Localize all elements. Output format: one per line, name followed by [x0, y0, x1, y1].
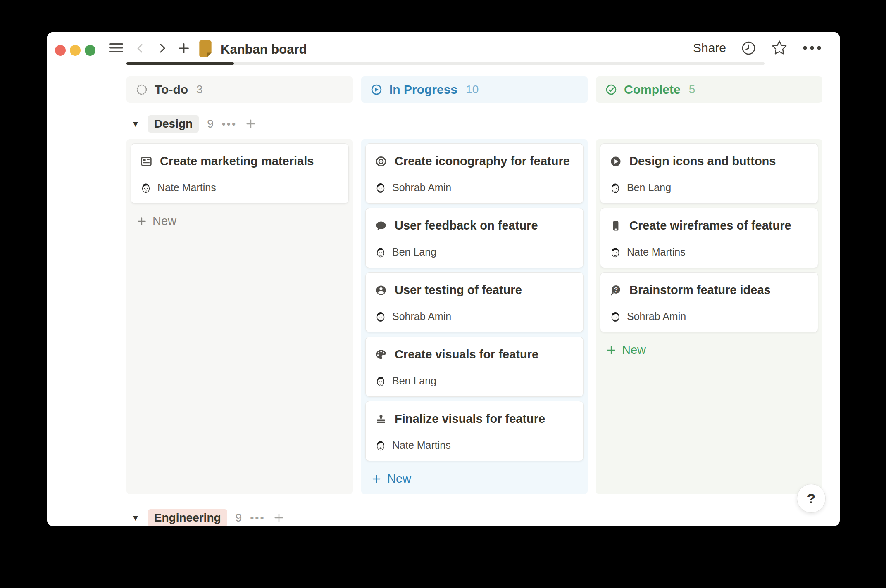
collapse-triangle-icon[interactable]: ▼	[131, 514, 140, 522]
assignee-row: Sohrab Amin	[610, 311, 686, 322]
group-count: 9	[236, 511, 242, 524]
new-card-button[interactable]: New	[600, 337, 646, 357]
card[interactable]: Brainstorm feature ideas Sohrab Amin	[600, 272, 818, 332]
toolbar-actions: Share	[693, 32, 822, 64]
sohrab-avatar	[375, 311, 386, 322]
help-button[interactable]: ?	[797, 484, 826, 513]
card-title: User testing of feature	[395, 283, 522, 297]
share-button[interactable]: Share	[693, 41, 726, 55]
assignee-name: Nate Martins	[627, 246, 686, 258]
new-card-button[interactable]: New	[131, 208, 176, 228]
zoom-window-button[interactable]	[85, 45, 95, 56]
nate-avatar	[140, 182, 152, 194]
card-title: Create iconography for feature	[395, 154, 570, 168]
new-page-plus-icon[interactable]	[178, 42, 190, 55]
forward-icon[interactable]	[156, 42, 169, 55]
new-card-button[interactable]: New	[365, 465, 411, 486]
card[interactable]: Finalize visuals for feature Nate Martin…	[365, 401, 584, 461]
nate-avatar	[610, 247, 621, 258]
columns-row: Create marketing materials Nate Martins …	[126, 139, 823, 494]
group-add-icon[interactable]	[273, 512, 285, 524]
column-label: Complete	[624, 83, 681, 97]
card[interactable]: Create iconography for feature Sohrab Am…	[365, 143, 584, 204]
group-pill-design[interactable]: Design	[148, 115, 199, 133]
card[interactable]: User testing of feature Sohrab Amin	[365, 272, 584, 332]
assignee-row: Sohrab Amin	[375, 182, 451, 194]
kanban-board: To-do 3 In Progress 10 Complete 5 ▼ Desi…	[126, 76, 823, 526]
page-title[interactable]: Kanban board	[221, 43, 307, 57]
card-title: Brainstorm feature ideas	[629, 283, 771, 297]
assignee-row: Nate Martins	[610, 246, 686, 258]
palette-icon	[375, 349, 387, 361]
minimize-window-button[interactable]	[70, 45, 81, 56]
card-title: Create marketing materials	[160, 154, 314, 168]
column-header-complete[interactable]: Complete 5	[596, 76, 822, 103]
assignee-name: Sohrab Amin	[392, 311, 451, 322]
person-circle-icon	[375, 284, 387, 296]
play-circle-icon	[610, 155, 622, 168]
assignee-name: Ben Lang	[392, 246, 436, 258]
card-title: Create wireframes of feature	[629, 219, 791, 232]
assignee-row: Nate Martins	[375, 439, 451, 451]
plus-icon	[371, 474, 382, 484]
group-pill-engineering[interactable]: Engineering	[148, 509, 227, 526]
artboard-icon	[140, 155, 152, 168]
ben-avatar	[375, 247, 386, 258]
column-in-progress: Create iconography for feature Sohrab Am…	[361, 139, 588, 494]
group-row-engineering: ▼ Engineering 9 •••	[126, 506, 823, 526]
menu-icon[interactable]	[109, 43, 123, 53]
collapse-triangle-icon[interactable]: ▼	[131, 120, 140, 128]
back-icon[interactable]	[134, 42, 146, 55]
sohrab-avatar	[610, 311, 621, 322]
card-title: Design icons and buttons	[629, 154, 776, 168]
assignee-name: Ben Lang	[627, 182, 671, 194]
card-title: Create visuals for feature	[395, 348, 538, 361]
column-label: To-do	[155, 83, 188, 97]
ellipsis-icon[interactable]	[803, 45, 822, 50]
assignee-row: Nate Martins	[140, 182, 216, 194]
column-count: 3	[196, 83, 203, 96]
group-more-icon[interactable]: •••	[222, 119, 237, 129]
speech-bubble-icon	[375, 220, 387, 232]
horizontal-scrollbar[interactable]	[126, 62, 765, 65]
group-more-icon[interactable]: •••	[250, 512, 265, 523]
card[interactable]: Create wireframes of feature Nate Martin…	[600, 208, 818, 268]
dashed-circle-icon	[136, 83, 148, 96]
plus-icon	[136, 216, 147, 227]
star-icon[interactable]	[771, 40, 788, 56]
clock-icon[interactable]	[741, 40, 756, 56]
assignee-row: Ben Lang	[610, 182, 671, 194]
column-header-todo[interactable]: To-do 3	[126, 76, 353, 103]
assignee-name: Ben Lang	[392, 375, 436, 387]
column-complete: Design icons and buttons Ben Lang Create…	[596, 139, 822, 494]
card-title: Finalize visuals for feature	[395, 412, 545, 426]
assignee-name: Sohrab Amin	[392, 182, 451, 194]
plus-icon	[606, 345, 617, 356]
ben-avatar	[375, 375, 386, 387]
play-circle-outline-icon	[370, 83, 383, 96]
assignee-row: Ben Lang	[375, 375, 436, 387]
card[interactable]: Create visuals for feature Ben Lang	[365, 337, 584, 397]
thought-question-icon	[610, 284, 622, 296]
app-window: Kanban board Share To-do 3	[47, 32, 840, 526]
group-add-icon[interactable]	[245, 118, 257, 130]
column-todo: Create marketing materials Nate Martins …	[126, 139, 353, 494]
check-circle-icon	[605, 83, 617, 96]
column-count: 5	[689, 83, 695, 96]
group-row-design: ▼ Design 9 •••	[126, 112, 823, 136]
scrollbar-thumb[interactable]	[126, 62, 234, 65]
toolbar: Kanban board Share	[47, 32, 840, 64]
ben-avatar	[610, 182, 621, 194]
phone-icon	[610, 220, 622, 232]
column-header-in-progress[interactable]: In Progress 10	[361, 76, 588, 103]
card-title: User feedback on feature	[395, 219, 538, 232]
stamp-icon	[375, 413, 387, 425]
card[interactable]: User feedback on feature Ben Lang	[365, 208, 584, 268]
close-window-button[interactable]	[55, 45, 66, 56]
column-label: In Progress	[389, 83, 457, 97]
card[interactable]: Design icons and buttons Ben Lang	[600, 143, 818, 204]
card[interactable]: Create marketing materials Nate Martins	[131, 143, 349, 204]
assignee-row: Ben Lang	[375, 246, 436, 258]
page-icon	[198, 40, 213, 58]
column-count: 10	[466, 83, 479, 96]
